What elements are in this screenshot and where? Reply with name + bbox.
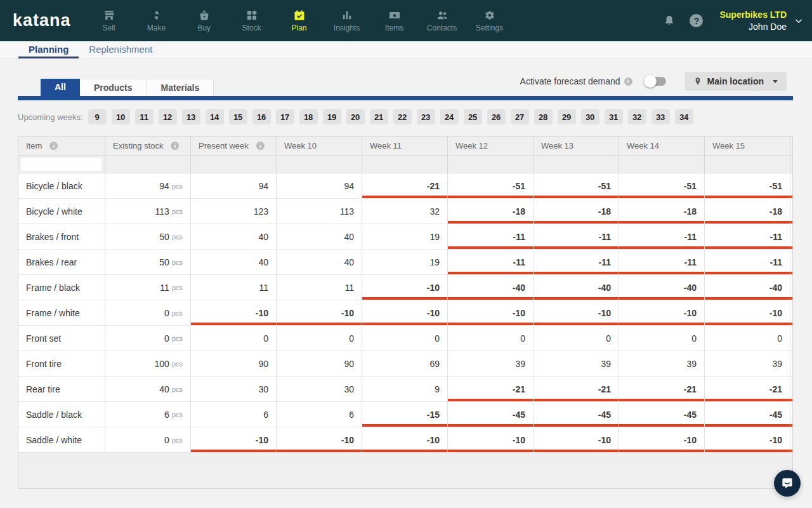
week-button-14[interactable]: 14 — [206, 109, 224, 124]
week-button-25[interactable]: 25 — [464, 109, 482, 124]
item-name-cell: Rear tire — [18, 377, 105, 401]
week-value-cell: -10 — [534, 300, 619, 325]
week-button-31[interactable]: 31 — [605, 109, 623, 124]
week-value-cell: 0 — [534, 326, 619, 351]
column-header: Itemi — [18, 137, 105, 155]
week-button-24[interactable]: 24 — [440, 109, 459, 124]
table-row[interactable]: Frame / white0pcs-10-10-10-10-10-10-10-1… — [18, 300, 793, 326]
nav-item-contacts[interactable]: Contacts — [418, 0, 466, 41]
item-name-cell: Front set — [18, 326, 105, 351]
info-icon[interactable]: i — [256, 142, 265, 150]
stock-unit: pcs — [172, 309, 183, 317]
week-button-30[interactable]: 30 — [581, 109, 599, 124]
column-header: Week 11 — [362, 137, 448, 155]
chevron-down-icon[interactable] — [794, 17, 803, 25]
subtab-all[interactable]: All — [41, 79, 80, 96]
week-button-11[interactable]: 11 — [135, 109, 154, 124]
column-header-label: Week 14 — [627, 141, 659, 150]
table-row[interactable]: Bicycle / white113pcs12311332-18-18-18-1… — [18, 199, 793, 224]
subtab-materials[interactable]: Materials — [147, 79, 214, 96]
week-button-18[interactable]: 18 — [299, 109, 318, 124]
week-button-26[interactable]: 26 — [487, 109, 506, 124]
week-button-9[interactable]: 9 — [88, 109, 107, 124]
column-header: Present weeki — [191, 137, 277, 155]
week-button-21[interactable]: 21 — [370, 109, 388, 124]
top-nav: katana SellMakeBuyStockPlanInsightsItems… — [0, 0, 812, 41]
existing-stock-cell: 0pcs — [105, 326, 191, 351]
katana-logo[interactable]: katana — [13, 11, 75, 30]
week-button-28[interactable]: 28 — [534, 109, 553, 124]
item-name-cell: Front tire — [18, 351, 105, 376]
info-icon[interactable]: i — [171, 142, 179, 150]
week-button-22[interactable]: 22 — [393, 109, 412, 124]
tab-replenishment[interactable]: Replenishment — [79, 41, 162, 58]
table-row[interactable]: Rear tire40pcs30309-21-21-21-21-21 — [18, 377, 793, 402]
nav-item-plan[interactable]: Plan — [275, 0, 323, 41]
calendar-check-icon — [293, 9, 306, 22]
forecast-toggle[interactable] — [644, 75, 667, 88]
week-button-23[interactable]: 23 — [417, 109, 435, 124]
tab-planning[interactable]: Planning — [18, 41, 79, 58]
week-value-cell: -10 — [448, 300, 534, 325]
week-button-27[interactable]: 27 — [511, 109, 529, 124]
week-button-32[interactable]: 32 — [628, 109, 646, 124]
chat-launcher-button[interactable] — [774, 470, 801, 497]
filter-subtabs: AllProductsMaterials — [41, 79, 214, 96]
gear-icon — [483, 9, 496, 22]
week-button-10[interactable]: 10 — [112, 109, 130, 124]
filter-cell — [277, 156, 362, 173]
table-row[interactable]: Brakes / rear50pcs404019-11-11-11-11-11 — [18, 250, 793, 275]
bell-icon[interactable] — [663, 15, 676, 27]
table-row[interactable]: Front tire100pcs9090693939393939 — [18, 351, 793, 377]
week-button-29[interactable]: 29 — [558, 109, 576, 124]
nav-item-make[interactable]: Make — [133, 0, 180, 41]
week-button-20[interactable]: 20 — [346, 109, 365, 124]
nav-item-items[interactable]: Items — [370, 0, 418, 41]
item-filter-input[interactable] — [21, 158, 102, 171]
nav-item-label: Insights — [334, 23, 360, 32]
week-button-19[interactable]: 19 — [323, 109, 341, 124]
table-row[interactable]: Brakes / front50pcs404019-11-11-11-11-11 — [18, 224, 793, 250]
account-menu[interactable]: Superbikes LTD John Doe — [719, 9, 787, 32]
column-header: Week 13 — [534, 137, 619, 155]
company-name: Superbikes LTD — [719, 9, 787, 20]
week-value-cell: -51 — [619, 173, 705, 198]
week-button-34[interactable]: 34 — [675, 109, 693, 124]
table-row[interactable]: Bicycle / black94pcs9494-21-51-51-51-51-… — [18, 173, 793, 199]
stock-unit: pcs — [172, 436, 183, 444]
week-button-17[interactable]: 17 — [276, 109, 294, 124]
week-button-33[interactable]: 33 — [652, 109, 670, 124]
item-name-cell: Brakes / front — [18, 224, 105, 249]
week-button-15[interactable]: 15 — [229, 109, 247, 124]
week-button-12[interactable]: 12 — [159, 109, 177, 124]
location-dropdown-button[interactable]: Main location — [684, 72, 787, 91]
table-row[interactable]: Saddle / black6pcs66-15-45-45-45-45-45 — [18, 402, 793, 427]
caret-down-icon — [773, 80, 778, 83]
week-value-cell: -10 — [277, 427, 362, 452]
nav-item-label: Buy — [197, 23, 211, 32]
nav-item-insights[interactable]: Insights — [323, 0, 370, 41]
location-label: Main location — [707, 76, 764, 86]
nav-item-buy[interactable]: Buy — [180, 0, 228, 41]
subtab-products[interactable]: Products — [80, 79, 147, 96]
nav-item-settings[interactable]: Settings — [466, 0, 513, 41]
stock-value: 100 — [155, 359, 169, 369]
info-icon[interactable]: i — [49, 142, 58, 150]
existing-stock-cell: 100pcs — [105, 351, 191, 376]
week-value-cell: -11 — [705, 250, 790, 274]
week-value-cell: -11 — [790, 224, 793, 249]
nav-item-sell[interactable]: Sell — [85, 0, 133, 41]
table-row[interactable]: Saddle / white0pcs-10-10-10-10-10-10-10-… — [18, 427, 793, 453]
toggle-knob — [644, 75, 657, 88]
table-row[interactable]: Frame / black11pcs1111-10-40-40-40-40-40 — [18, 275, 793, 300]
column-header-label: Present week — [199, 141, 249, 150]
week-button-16[interactable]: 16 — [252, 109, 271, 124]
week-value-cell: -11 — [619, 250, 705, 274]
week-button-13[interactable]: 13 — [182, 109, 200, 124]
table-row[interactable]: Front set0pcs00000000 — [18, 326, 793, 351]
week-value-cell: 19 — [362, 250, 448, 274]
nav-item-stock[interactable]: Stock — [228, 0, 275, 41]
column-header: Week 15 — [705, 137, 790, 155]
info-icon[interactable]: i — [624, 77, 632, 86]
help-icon[interactable]: ? — [690, 14, 703, 27]
